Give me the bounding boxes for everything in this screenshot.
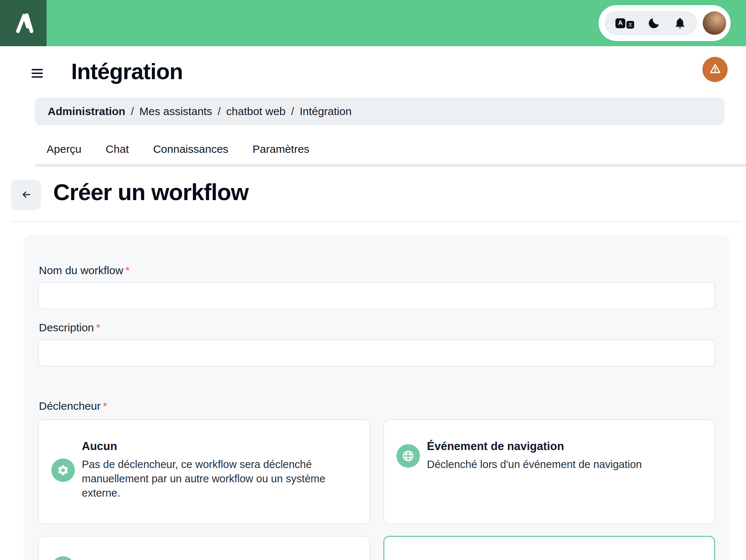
breadcrumb-item[interactable]: Mes assistants [139, 105, 212, 118]
tab-apercu[interactable]: Aperçu [47, 143, 81, 155]
breadcrumb: Administration/Mes assistants/chatbot we… [35, 97, 724, 125]
breadcrumb-separator: / [131, 105, 134, 118]
required-marker: * [125, 264, 130, 276]
name-field-label: Nom du workflow* [39, 263, 715, 278]
app-header: A 文 [0, 0, 746, 46]
trigger-field-label: Déclencheur* [39, 399, 715, 413]
breadcrumb-separator: / [291, 105, 294, 118]
trigger-option-card[interactable]: Outil de conversation [383, 536, 715, 560]
workflow-description-input[interactable] [38, 339, 715, 366]
trigger-card-texts: AucunPas de déclencheur, ce workflow ser… [82, 440, 339, 500]
breadcrumb-separator: / [217, 105, 220, 118]
required-marker: * [103, 400, 107, 412]
warning-button[interactable] [702, 57, 728, 82]
trigger-card-description: Déclenché lors d'un événement de navigat… [427, 457, 642, 472]
brand-mountain-icon [10, 8, 37, 38]
trigger-option-card[interactable]: Événement d'action [38, 536, 370, 560]
workflow-page-title: Créer un workflow [53, 179, 249, 205]
bell-icon[interactable] [674, 17, 686, 29]
trigger-option-card[interactable]: AucunPas de déclencheur, ce workflow ser… [38, 419, 370, 524]
back-button[interactable] [11, 180, 41, 210]
section-divider [11, 221, 741, 222]
tab-underline [35, 164, 746, 167]
trigger-card-texts: Événement de navigationDéclenché lors d'… [427, 440, 642, 472]
gear-icon [51, 458, 75, 482]
hamburger-menu-icon[interactable] [32, 69, 44, 78]
app-root: A 文 Intégration [0, 0, 746, 560]
header-icon-group: A 文 [604, 11, 697, 35]
globe-icon [396, 444, 420, 468]
arrow-left-icon [19, 188, 33, 202]
trigger-options-grid: AucunPas de déclencheur, ce workflow ser… [38, 419, 715, 560]
breadcrumb-item[interactable]: Intégration [300, 105, 352, 118]
translate-icon[interactable]: A 文 [615, 18, 634, 29]
page-title: Intégration [71, 59, 183, 84]
user-avatar[interactable] [703, 11, 726, 35]
tab-chat[interactable]: Chat [106, 143, 129, 155]
app-logo[interactable] [0, 0, 47, 46]
tab-parametres[interactable]: Paramètres [253, 143, 310, 155]
warning-triangle-icon [708, 62, 722, 77]
tab-connaissances[interactable]: Connaissances [153, 143, 228, 155]
trigger-card-row: Outil de conversation [396, 556, 703, 560]
trigger-card-title: Événement de navigation [427, 440, 642, 453]
required-marker: * [96, 321, 100, 334]
description-field-label: Description* [39, 320, 715, 335]
breadcrumb-item[interactable]: chatbot web [226, 105, 286, 118]
moon-icon[interactable] [647, 16, 661, 30]
trigger-card-row: Événement d'action [51, 556, 358, 560]
trigger-card-row: AucunPas de déclencheur, ce workflow ser… [51, 440, 358, 500]
header-actions-pill: A 文 [599, 5, 731, 41]
breadcrumb-item[interactable]: Administration [48, 105, 125, 118]
workflow-name-input[interactable] [38, 282, 715, 309]
trigger-card-row: Événement de navigationDéclenché lors d'… [396, 440, 703, 472]
workflow-form-card: Nom du workflow* Description* Déclencheu… [23, 235, 730, 560]
zap-icon [51, 556, 75, 560]
trigger-card-title: Aucun [82, 440, 339, 453]
tab-bar: AperçuChatConnaissancesParamètres [47, 143, 310, 155]
trigger-option-card[interactable]: Événement de navigationDéclenché lors d'… [383, 419, 715, 524]
trigger-card-description: Pas de déclencheur, ce workflow sera déc… [82, 457, 339, 500]
